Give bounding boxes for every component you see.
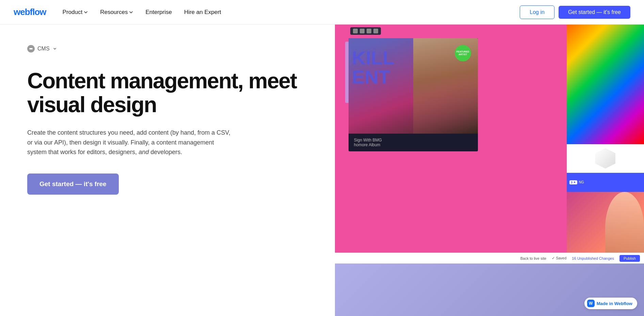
- publish-button[interactable]: Publish: [619, 255, 640, 262]
- cms-chevron-icon: [52, 46, 57, 51]
- blue-strip: 3 ✦ NG: [567, 173, 644, 192]
- right-strips: 3 ✦ NG: [567, 25, 644, 264]
- music-card-subtitle-2: homore Album: [354, 142, 472, 147]
- nav-actions: Log in Get started — it's free: [520, 5, 630, 19]
- editor-mock: KILLENT FEATUREDARTIST Sign With BMG hom…: [335, 25, 644, 316]
- chevron-down-icon: [84, 10, 88, 14]
- editor-toolbar: [350, 27, 381, 35]
- toolbar-icon-3: [367, 29, 371, 33]
- cms-label: CMS: [37, 46, 50, 52]
- unpublished-changes[interactable]: 16 Unpublished Changes: [572, 256, 614, 260]
- nav-enterprise[interactable]: Enterprise: [145, 9, 172, 16]
- chevron-down-icon: [129, 10, 133, 14]
- nav-product[interactable]: Product: [63, 9, 88, 16]
- music-card: KILLENT FEATUREDARTIST Sign With BMG hom…: [349, 38, 478, 151]
- white-strip: [567, 144, 644, 173]
- saved-indicator: ✓ Saved: [552, 256, 566, 260]
- made-in-webflow-badge[interactable]: W Made in Webflow: [584, 298, 637, 309]
- page-body: CMS Content management, meet visual desi…: [0, 25, 644, 316]
- hero-description: Create the content structures you need, …: [27, 128, 231, 157]
- kill-text: KILLENT: [352, 48, 394, 87]
- left-panel: CMS Content management, meet visual desi…: [0, 25, 335, 316]
- nav-resources[interactable]: Resources: [100, 9, 133, 16]
- blue-strip-badge: 3 ✦: [569, 180, 578, 184]
- hero-cta-button[interactable]: Get started — it's free: [27, 174, 119, 195]
- toolbar-icon-4: [373, 29, 378, 33]
- nav-hire-expert[interactable]: Hire an Expert: [184, 9, 221, 16]
- toolbar-icon-2: [360, 29, 365, 33]
- blue-strip-text: NG: [579, 180, 584, 184]
- logo[interactable]: webflow: [14, 7, 46, 17]
- music-card-info: Sign With BMG homore Album: [349, 134, 478, 151]
- rainbow-strip: [567, 25, 644, 144]
- music-card-subtitle-1: Sign With BMG: [354, 138, 472, 142]
- diamond-shape: [595, 148, 615, 169]
- cms-icon: [27, 45, 35, 52]
- navbar: webflow Product Resources Enterprise Hir…: [0, 0, 644, 25]
- back-to-live-link[interactable]: Back to live site: [520, 256, 546, 260]
- nav-cta-button[interactable]: Get started — it's free: [559, 6, 630, 19]
- right-panel: KILLENT FEATUREDARTIST Sign With BMG hom…: [335, 25, 644, 316]
- publish-bar: Back to live site ✓ Saved 16 Unpublished…: [335, 253, 644, 264]
- cms-badge: CMS: [27, 45, 315, 52]
- webflow-w-icon: W: [587, 300, 595, 307]
- login-button[interactable]: Log in: [520, 5, 554, 19]
- toolbar-icon-1: [353, 29, 358, 33]
- hero-title: Content management, meet visual design: [27, 69, 315, 117]
- nav-links: Product Resources Enterprise Hire an Exp…: [63, 9, 520, 16]
- music-card-image: KILLENT FEATUREDARTIST: [349, 38, 478, 134]
- featured-artist-badge: FEATUREDARTIST: [455, 45, 471, 61]
